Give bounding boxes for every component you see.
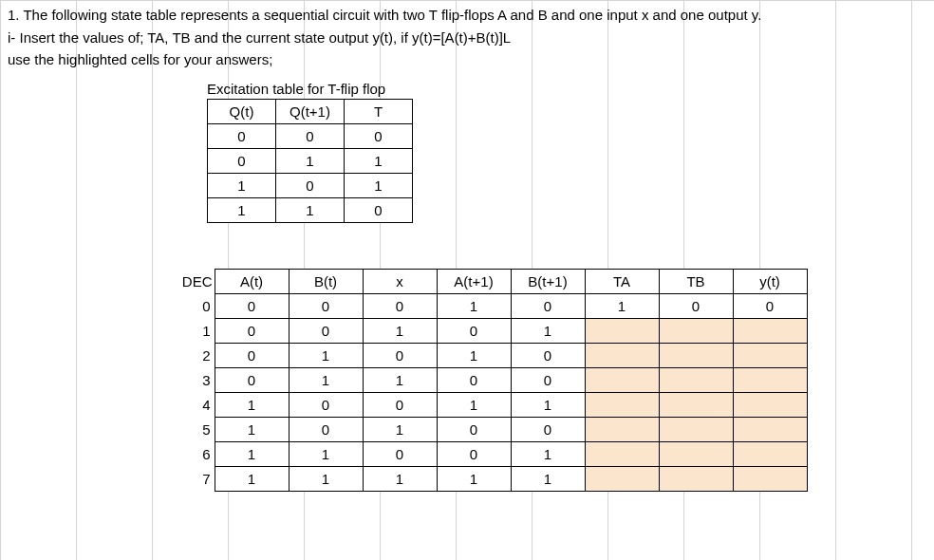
state-cell[interactable] (733, 318, 807, 343)
state-cell: 0 (289, 318, 363, 343)
state-cell: 1 (511, 466, 585, 491)
excitation-header: Q(t+1) (276, 99, 345, 123)
state-header: A(t) (215, 269, 289, 293)
state-table: DECA(t)B(t)xA(t+1)B(t+1)TATBy(t)00001010… (169, 269, 808, 492)
state-cell: 1 (363, 367, 437, 392)
state-cell: 0 (215, 293, 289, 318)
state-cell[interactable] (733, 343, 807, 367)
state-dec-cell: 2 (169, 343, 215, 367)
state-cell[interactable] (585, 318, 659, 343)
state-cell: 1 (437, 293, 511, 318)
state-dec-cell: 0 (169, 293, 215, 318)
state-cell: 0 (363, 392, 437, 417)
state-cell: 1 (215, 392, 289, 417)
state-header: TB (659, 269, 733, 293)
state-cell[interactable] (733, 392, 807, 417)
state-cell: 0 (289, 417, 363, 441)
state-cell[interactable] (585, 367, 659, 392)
excitation-cell: 1 (345, 173, 413, 197)
state-cell: 1 (289, 367, 363, 392)
state-cell[interactable] (585, 441, 659, 466)
state-cell: 0 (215, 318, 289, 343)
state-cell: 1 (289, 343, 363, 367)
state-cell: 1 (437, 343, 511, 367)
state-cell[interactable] (733, 441, 807, 466)
state-cell: 1 (215, 466, 289, 491)
state-cell: 0 (363, 343, 437, 367)
state-dec-cell: 5 (169, 417, 215, 441)
state-cell: 0 (733, 293, 807, 318)
state-header: A(t+1) (437, 269, 511, 293)
state-dec-header: DEC (169, 269, 215, 293)
state-cell: 0 (289, 392, 363, 417)
state-header: y(t) (733, 269, 807, 293)
state-cell[interactable] (585, 392, 659, 417)
excitation-cell: 1 (208, 197, 276, 222)
excitation-title: Excitation table for T-flip flop (207, 81, 934, 99)
state-cell: 0 (437, 441, 511, 466)
state-header: B(t) (289, 269, 363, 293)
state-cell[interactable] (659, 343, 733, 367)
state-cell: 0 (363, 441, 437, 466)
state-cell[interactable] (733, 466, 807, 491)
excitation-cell: 0 (345, 123, 413, 148)
state-cell: 0 (437, 318, 511, 343)
state-cell: 0 (437, 417, 511, 441)
state-cell: 1 (289, 441, 363, 466)
excitation-cell: 0 (345, 197, 413, 222)
excitation-cell: 1 (345, 148, 413, 173)
excitation-cell: 0 (208, 123, 276, 148)
state-dec-cell: 1 (169, 318, 215, 343)
state-cell[interactable] (659, 367, 733, 392)
state-cell: 1 (363, 466, 437, 491)
state-cell: 1 (437, 466, 511, 491)
state-dec-cell: 3 (169, 367, 215, 392)
state-cell: 1 (215, 417, 289, 441)
state-cell: 0 (511, 417, 585, 441)
problem-line-1: 1. The following state table represents … (0, 4, 934, 27)
excitation-cell: 1 (208, 173, 276, 197)
state-cell: 0 (215, 367, 289, 392)
state-cell[interactable] (585, 466, 659, 491)
excitation-cell: 0 (208, 148, 276, 173)
state-dec-cell: 7 (169, 466, 215, 491)
state-cell[interactable] (585, 417, 659, 441)
state-cell[interactable] (585, 343, 659, 367)
state-cell: 1 (289, 466, 363, 491)
state-cell[interactable] (733, 417, 807, 441)
excitation-cell: 1 (276, 148, 345, 173)
state-cell[interactable] (659, 318, 733, 343)
state-cell: 1 (511, 392, 585, 417)
state-cell[interactable] (659, 466, 733, 491)
excitation-header: Q(t) (208, 99, 276, 123)
state-cell: 0 (511, 293, 585, 318)
state-cell: 1 (363, 417, 437, 441)
state-cell[interactable] (659, 392, 733, 417)
state-header: TA (585, 269, 659, 293)
state-cell: 0 (289, 293, 363, 318)
state-cell: 0 (363, 293, 437, 318)
state-cell: 1 (363, 318, 437, 343)
state-cell: 1 (511, 441, 585, 466)
problem-line-3: use the highlighted cells for your answe… (0, 48, 934, 71)
state-cell[interactable] (733, 367, 807, 392)
excitation-cell: 0 (276, 123, 345, 148)
excitation-cell: 1 (276, 197, 345, 222)
state-dec-cell: 4 (169, 392, 215, 417)
state-cell: 1 (585, 293, 659, 318)
state-cell: 1 (437, 392, 511, 417)
excitation-cell: 0 (276, 173, 345, 197)
state-cell: 0 (511, 343, 585, 367)
state-cell: 0 (511, 367, 585, 392)
state-cell: 1 (511, 318, 585, 343)
state-cell[interactable] (659, 441, 733, 466)
state-dec-cell: 6 (169, 441, 215, 466)
state-header: B(t+1) (511, 269, 585, 293)
state-cell: 1 (215, 441, 289, 466)
excitation-header: T (345, 99, 413, 123)
excitation-table: Q(t) Q(t+1) T 0 0 0 0 1 1 1 0 1 1 1 (207, 99, 413, 223)
state-cell[interactable] (659, 417, 733, 441)
state-cell: 0 (659, 293, 733, 318)
state-cell: 0 (215, 343, 289, 367)
state-cell: 0 (437, 367, 511, 392)
